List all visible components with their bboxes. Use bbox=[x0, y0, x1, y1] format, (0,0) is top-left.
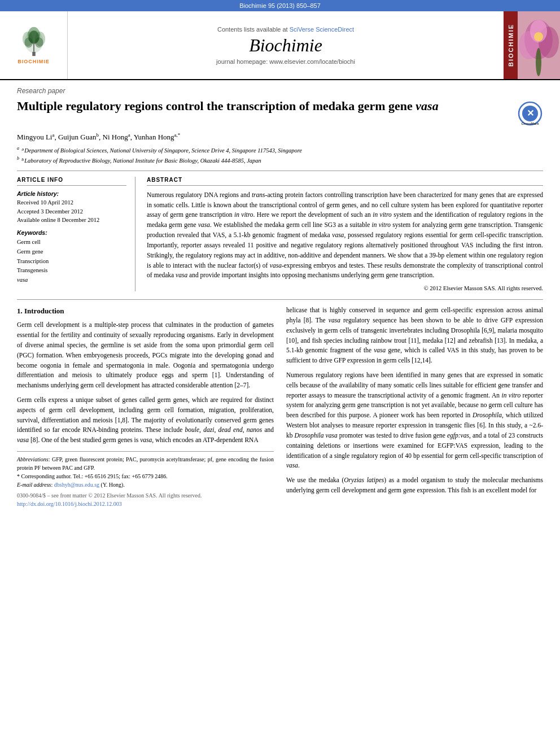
right-paragraph-2: Numerous regulatory regions have been id… bbox=[286, 370, 543, 471]
journal-title: Biochimie bbox=[249, 35, 322, 56]
dates-section: Received 10 April 2012 Accepted 3 Decemb… bbox=[17, 198, 126, 225]
keyword-germ-gene: Germ gene bbox=[17, 247, 126, 257]
svg-text:CrossMark: CrossMark bbox=[521, 122, 539, 125]
keyword-germ-cell: Germ cell bbox=[17, 238, 126, 247]
svg-point-14 bbox=[534, 32, 543, 41]
article-title-row: Multiple regulatory regions control the … bbox=[17, 98, 543, 126]
article-info-column: ARTICLE INFO Article history: Received 1… bbox=[17, 177, 135, 291]
authors-line: Mingyou Lia, Guijun Guanb, Ni Honga, Yun… bbox=[17, 132, 543, 142]
body-columns: 1. Introduction Germ cell development is… bbox=[17, 305, 543, 508]
svg-point-15 bbox=[536, 48, 541, 76]
sciverse-notice: Contents lists available at SciVerse Sci… bbox=[217, 26, 354, 33]
article-title-main: Multiple regulatory regions control the … bbox=[17, 99, 415, 113]
footer-bottom: 0300-9084/$ – see front matter © 2012 El… bbox=[17, 491, 274, 508]
corresponding-note: * Corresponding author. Tel.: +65 6516 2… bbox=[17, 472, 274, 480]
body-right-column: helicase that is highly conserved in seq… bbox=[286, 305, 543, 508]
crossmark-icon[interactable]: ✕ CrossMark bbox=[518, 101, 543, 126]
sciverse-link[interactable]: SciVerse ScienceDirect bbox=[290, 26, 354, 33]
email-note: E-mail address: dbshyh@nus.edu.sg (Y. Ho… bbox=[17, 480, 274, 489]
journal-header: BIOCHIMIE Contents lists available at Sc… bbox=[0, 11, 560, 80]
article-type-label: Research paper bbox=[17, 87, 543, 95]
body-left-column: 1. Introduction Germ cell development is… bbox=[17, 305, 274, 508]
affiliations-section: a ᵃ Department of Biological Sciences, N… bbox=[17, 145, 543, 165]
doi-link: http://dx.doi.org/10.1016/j.biochi.2012.… bbox=[17, 500, 274, 508]
article-title-italic: vasa bbox=[415, 99, 438, 113]
keyword-transcription: Transcription bbox=[17, 257, 126, 267]
article-title-text: Multiple regulatory regions control the … bbox=[17, 98, 518, 115]
history-label: Article history: bbox=[17, 190, 126, 197]
affiliation-b: b ᵇ Laboratory of Reproductive Biology, … bbox=[17, 155, 543, 165]
info-abstract-section: ARTICLE INFO Article history: Received 1… bbox=[17, 171, 543, 291]
keyword-transgenesis: Transgenesis bbox=[17, 266, 126, 276]
journal-citation-bar: Biochimie 95 (2013) 850–857 bbox=[0, 0, 560, 11]
elsevier-brand: BIOCHIMIE bbox=[18, 59, 50, 64]
section-divider bbox=[17, 299, 543, 300]
abbreviations-note: Abbreviations: GFP, green fluorescent pr… bbox=[17, 455, 274, 472]
intro-paragraph-1: Germ cell development is a multiple-step… bbox=[17, 320, 274, 391]
keywords-list: Germ cell Germ gene Transcription Transg… bbox=[17, 238, 126, 285]
email-link[interactable]: dbshyh@nus.edu.sg bbox=[54, 482, 99, 488]
svg-text:✕: ✕ bbox=[527, 108, 534, 118]
journal-citation: Biochimie 95 (2013) 850–857 bbox=[239, 2, 321, 9]
issn-note: 0300-9084/$ – see front matter © 2012 El… bbox=[17, 491, 274, 500]
article-content: Research paper Multiple regulatory regio… bbox=[0, 80, 560, 515]
available-date: Available online 8 December 2012 bbox=[17, 216, 126, 225]
abstract-text: Numerous regulatory DNA regions and tran… bbox=[147, 190, 543, 281]
intro-paragraph-2: Germ cells express a unique subset of ge… bbox=[17, 395, 274, 445]
right-paragraph-3: We use the medaka (Oryzias latipes) as a… bbox=[286, 475, 543, 496]
abstract-heading: ABSTRACT bbox=[147, 177, 543, 186]
copyright-notice: © 2012 Elsevier Masson SAS. All rights r… bbox=[147, 285, 543, 291]
journal-title-section: Contents lists available at SciVerse Sci… bbox=[68, 11, 504, 79]
keyword-vasa: vasa bbox=[17, 276, 126, 285]
introduction-heading: 1. Introduction bbox=[17, 305, 274, 317]
elsevier-logo-section: BIOCHIMIE bbox=[0, 11, 68, 79]
footnotes-section: Abbreviations: GFP, green fluorescent pr… bbox=[17, 451, 274, 508]
journal-homepage: journal homepage: www.elsevier.com/locat… bbox=[216, 58, 355, 65]
article-info-heading: ARTICLE INFO bbox=[17, 177, 126, 186]
journal-image-section: BIOCHIMIE bbox=[504, 11, 560, 79]
biochimie-side-label: BIOCHIMIE bbox=[504, 11, 518, 79]
doi-anchor[interactable]: http://dx.doi.org/10.1016/j.biochi.2012.… bbox=[17, 501, 122, 507]
right-paragraph-1: helicase that is highly conserved in seq… bbox=[286, 305, 543, 366]
svg-point-7 bbox=[28, 30, 38, 44]
keywords-label: Keywords: bbox=[17, 229, 126, 236]
elsevier-tree-icon bbox=[17, 26, 51, 57]
accepted-date: Accepted 3 December 2012 bbox=[17, 207, 126, 216]
abstract-column: ABSTRACT Numerous regulatory DNA regions… bbox=[147, 177, 543, 291]
journal-cover-image bbox=[518, 11, 560, 79]
received-date: Received 10 April 2012 bbox=[17, 198, 126, 207]
affiliation-a: a ᵃ Department of Biological Sciences, N… bbox=[17, 145, 543, 155]
